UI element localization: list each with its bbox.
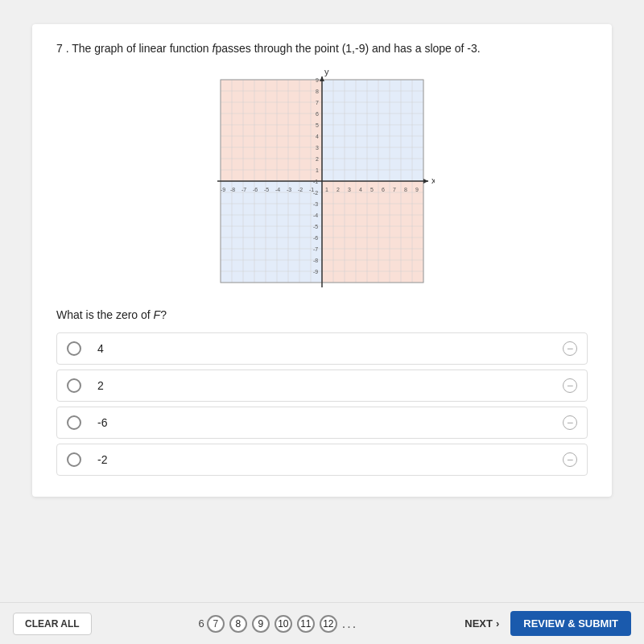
svg-rect-0 [221, 80, 322, 181]
svg-text:-5: -5 [264, 187, 269, 192]
svg-text:4: 4 [359, 187, 362, 192]
svg-text:4: 4 [316, 134, 319, 139]
answer-label-c: -6 [97, 416, 107, 429]
sub-function: F [154, 308, 161, 321]
svg-text:5: 5 [316, 122, 319, 128]
svg-text:x: x [431, 175, 435, 185]
answer-label-a: 4 [97, 342, 104, 355]
question-number: 7 [56, 42, 63, 55]
svg-text:-3: -3 [313, 201, 318, 207]
question-text: 7 . The graph of linear function fpasses… [56, 40, 588, 57]
svg-text:9: 9 [316, 77, 319, 83]
answer-option-a[interactable]: 4 − [56, 332, 588, 365]
bottom-left: CLEAR ALL [13, 613, 92, 635]
answer-label-b: 2 [97, 379, 104, 392]
radio-b[interactable] [67, 378, 81, 393]
radio-d[interactable] [67, 452, 81, 467]
nav-circle-10[interactable]: 10 [275, 615, 292, 633]
svg-text:9: 9 [415, 187, 419, 192]
answer-option-d[interactable]: -2 − [56, 444, 588, 476]
graph-wrapper: x y 1 2 3 4 5 6 7 8 9 -1 -2 -3 -4 -5 -6 … [209, 68, 435, 294]
svg-text:2: 2 [336, 187, 340, 192]
svg-text:6: 6 [316, 111, 319, 117]
question-prefix: The graph of linear function [72, 42, 212, 55]
question-suffix: passes through the point (1,-9) and has … [215, 42, 480, 55]
svg-text:-6: -6 [313, 235, 318, 241]
svg-text:-4: -4 [313, 213, 318, 218]
svg-text:1: 1 [325, 187, 328, 192]
svg-marker-46 [320, 76, 324, 81]
review-submit-button[interactable]: REVIEW & SUBMIT [510, 611, 631, 636]
svg-text:-8: -8 [313, 258, 318, 263]
nav-dots: ... [342, 617, 357, 631]
svg-text:-7: -7 [313, 246, 318, 252]
svg-text:3: 3 [348, 187, 351, 192]
svg-marker-45 [423, 179, 428, 184]
svg-text:6: 6 [382, 187, 385, 192]
minus-icon-a[interactable]: − [563, 341, 577, 356]
bottom-right: NEXT › REVIEW & SUBMIT [464, 611, 631, 636]
nav-prev: 6 7 [199, 615, 225, 633]
answer-label-d: -2 [97, 453, 107, 466]
svg-text:-5: -5 [313, 224, 318, 229]
answer-option-c[interactable]: -6 − [56, 407, 588, 439]
svg-rect-3 [322, 181, 423, 283]
svg-text:-1: -1 [313, 179, 318, 184]
minus-icon-d[interactable]: − [563, 452, 577, 467]
answer-option-b[interactable]: 2 − [56, 369, 588, 402]
nav-circle-9[interactable]: 9 [252, 615, 270, 633]
svg-text:8: 8 [316, 89, 319, 94]
svg-text:8: 8 [404, 187, 407, 192]
svg-text:-2: -2 [313, 190, 318, 196]
svg-text:2: 2 [316, 156, 319, 162]
nav-circle-7[interactable]: 7 [207, 615, 225, 633]
nav-circle-11[interactable]: 11 [297, 615, 315, 633]
next-label: NEXT [464, 617, 493, 630]
radio-a[interactable] [67, 341, 81, 356]
svg-text:1: 1 [316, 167, 319, 173]
svg-rect-2 [221, 181, 322, 283]
coordinate-graph: x y 1 2 3 4 5 6 7 8 9 -1 -2 -3 -4 -5 -6 … [209, 68, 435, 294]
next-chevron-icon: › [496, 617, 499, 630]
minus-icon-b[interactable]: − [563, 378, 577, 393]
svg-text:-7: -7 [242, 187, 246, 192]
nav-prev-label: 6 [199, 617, 204, 630]
svg-text:-3: -3 [287, 187, 291, 192]
svg-text:-8: -8 [230, 187, 235, 192]
svg-text:-2: -2 [298, 187, 303, 192]
svg-text:-9: -9 [313, 269, 318, 275]
svg-text:7: 7 [316, 100, 319, 105]
svg-rect-1 [322, 80, 423, 181]
nav-circle-12[interactable]: 12 [320, 615, 337, 633]
svg-text:3: 3 [316, 145, 319, 151]
nav-circle-8[interactable]: 8 [229, 615, 247, 633]
svg-text:-4: -4 [275, 187, 280, 192]
svg-text:5: 5 [370, 187, 374, 192]
answer-options: 4 − 2 − -6 − -2 − [56, 332, 588, 476]
svg-text:-9: -9 [221, 187, 225, 192]
nav-numbers: 6 7 8 9 10 11 12 ... [199, 615, 358, 633]
svg-text:y: y [324, 68, 329, 76]
clear-all-button[interactable]: CLEAR ALL [13, 613, 92, 635]
bottom-bar: CLEAR ALL 6 7 8 9 10 11 12 ... NEXT › RE… [0, 602, 644, 644]
svg-text:7: 7 [393, 187, 396, 192]
sub-question: What is the zero of F? [56, 308, 588, 321]
radio-c[interactable] [67, 415, 81, 430]
next-button[interactable]: NEXT › [464, 617, 499, 630]
minus-icon-c[interactable]: − [563, 415, 577, 430]
svg-text:-6: -6 [253, 187, 258, 192]
graph-container: x y 1 2 3 4 5 6 7 8 9 -1 -2 -3 -4 -5 -6 … [56, 68, 588, 294]
